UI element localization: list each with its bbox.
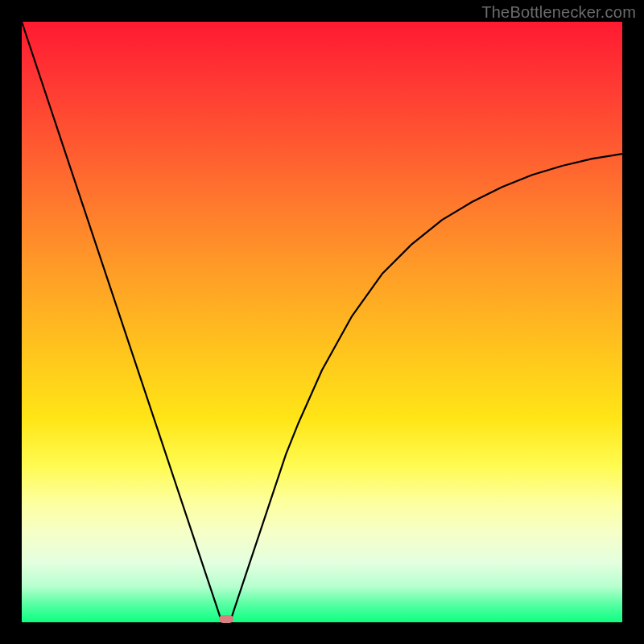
- plot-area: [22, 22, 622, 622]
- minimum-marker: [219, 615, 233, 623]
- watermark-text: TheBottlenecker.com: [481, 3, 636, 22]
- bottleneck-curve: [22, 22, 622, 622]
- chart-frame: TheBottlenecker.com: [0, 0, 644, 644]
